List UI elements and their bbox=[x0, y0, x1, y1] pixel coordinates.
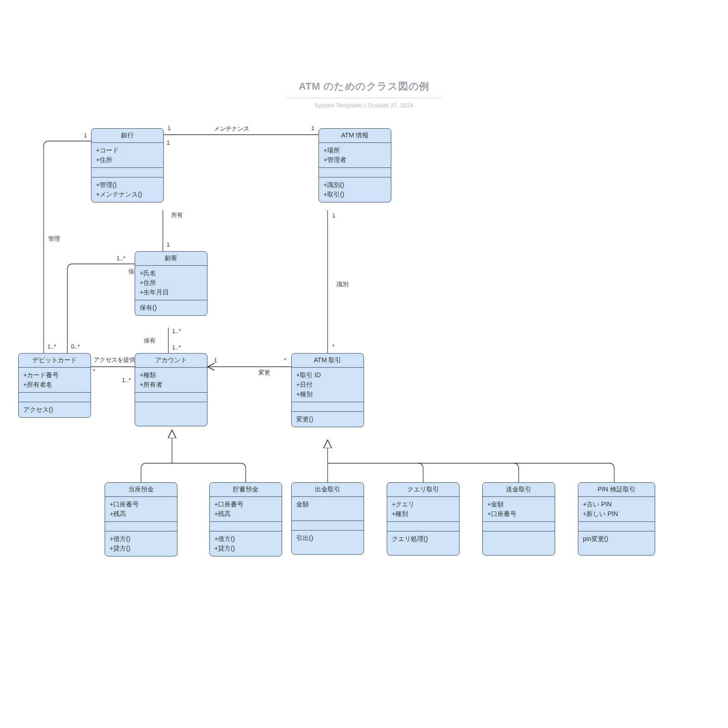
class-savings: 貯蓄預金 +口座番号 +残高 +借方() +貸方() bbox=[209, 482, 282, 556]
mult-txn-acct-left: 1 bbox=[214, 357, 217, 364]
class-query-txn-name: クエリ取引 bbox=[387, 483, 459, 497]
mult-cust-acct-top: 1..* bbox=[172, 328, 181, 334]
class-query-txn-ops: クエリ処理() bbox=[387, 531, 459, 555]
class-bank-ops: +管理() +メンテナンス() bbox=[91, 177, 163, 202]
class-atm-txn-empty bbox=[292, 402, 364, 412]
edges-layer bbox=[0, 0, 728, 728]
class-checking-attrs: +口座番号 +残高 bbox=[105, 497, 177, 522]
class-savings-attrs: +口座番号 +残高 bbox=[210, 497, 282, 522]
class-checking: 当座預金 +口座番号 +残高 +借方() +貸方() bbox=[105, 482, 177, 556]
class-atm-info-name: ATM 情報 bbox=[319, 129, 391, 143]
mult-atm-txn-top: 1 bbox=[332, 212, 335, 219]
class-transfer-txn-name: 送金取引 bbox=[483, 483, 555, 497]
class-debit-card-attrs: +カード番号 +所有者名 bbox=[19, 368, 91, 393]
class-account: アカウント +種類 +所有者 bbox=[135, 353, 207, 426]
class-pin-txn-ops: pin変更() bbox=[578, 531, 655, 555]
diagram-subtitle: System Templates | October 27, 2024 bbox=[0, 102, 728, 109]
label-hold2: 保有 bbox=[144, 337, 156, 345]
class-pin-txn-attrs: +古い PIN +新しい PIN bbox=[578, 497, 655, 522]
mult-bank-atm-left: 1 bbox=[167, 125, 171, 131]
label-identify: 識別 bbox=[337, 280, 349, 288]
class-customer-attrs: +氏名 +住所 +生年月日 bbox=[135, 266, 207, 300]
mult-debit-acct-left: * bbox=[93, 368, 95, 374]
class-bank-empty bbox=[91, 168, 163, 177]
class-withdraw-txn-empty bbox=[292, 521, 364, 531]
class-transfer-txn: 送金取引 +金額 +口座番号 bbox=[482, 482, 555, 556]
class-bank-name: 銀行 bbox=[91, 129, 163, 143]
class-customer: 顧客 +氏名 +住所 +生年月日 保有() bbox=[135, 251, 207, 316]
class-savings-name: 貯蓄預金 bbox=[210, 483, 282, 497]
title-underline bbox=[287, 98, 441, 98]
mult-bank-debit-top: 1 bbox=[84, 132, 87, 139]
label-manage: 管理 bbox=[48, 235, 60, 243]
label-own: 所有 bbox=[171, 211, 183, 219]
mult-cust-debit-bot: 0..* bbox=[71, 343, 80, 350]
class-query-txn-attrs: +クエリ +種別 bbox=[387, 497, 459, 522]
class-atm-txn: ATM 取引 +取引 ID +日付 +種別 変更() bbox=[291, 353, 364, 427]
class-withdraw-txn-name: 出金取引 bbox=[292, 483, 364, 497]
class-debit-card: デビットカード +カード番号 +所有者名 アクセス() bbox=[18, 353, 91, 418]
mult-txn-acct-right: * bbox=[284, 357, 286, 364]
class-savings-empty bbox=[210, 522, 282, 531]
mult-atm-txn-bot: * bbox=[332, 343, 334, 350]
class-account-attrs: +種類 +所有者 bbox=[135, 368, 207, 393]
class-query-txn-empty bbox=[387, 522, 459, 531]
label-access: アクセスを提供 bbox=[94, 356, 135, 364]
mult-bank-atm-right: 1 bbox=[311, 125, 314, 131]
class-atm-txn-attrs: +取引 ID +日付 +種別 bbox=[292, 368, 364, 402]
title-block: ATM のためのクラス図の例 System Templates | Octobe… bbox=[0, 80, 728, 109]
label-change: 変更 bbox=[258, 369, 270, 377]
class-bank: 銀行 +コード +住所 +管理() +メンテナンス() bbox=[91, 128, 164, 202]
class-pin-txn-name: PIN 検証取引 bbox=[578, 483, 655, 497]
class-bank-attrs: +コード +住所 bbox=[91, 143, 163, 168]
class-pin-txn: PIN 検証取引 +古い PIN +新しい PIN pin変更() bbox=[578, 482, 655, 556]
class-withdraw-txn-ops: 引出() bbox=[292, 531, 364, 554]
class-withdraw-txn-attrs: 金額 bbox=[292, 497, 364, 521]
class-account-empty bbox=[135, 393, 207, 402]
label-maintenance: メンテナンス bbox=[214, 125, 249, 133]
mult-bank-cust-bot: 1 bbox=[167, 241, 170, 248]
class-checking-name: 当座預金 bbox=[105, 483, 177, 497]
mult-cust-debit-top: 1..* bbox=[116, 255, 126, 262]
mult-bank-debit-bot: 1..* bbox=[47, 343, 56, 350]
diagram-title: ATM のためのクラス図の例 bbox=[0, 80, 728, 93]
class-debit-card-name: デビットカード bbox=[19, 354, 91, 368]
class-transfer-txn-attrs: +金額 +口座番号 bbox=[483, 497, 555, 522]
class-checking-ops: +借方() +貸方() bbox=[105, 531, 177, 556]
class-debit-card-ops: アクセス() bbox=[19, 402, 91, 417]
class-atm-info: ATM 情報 +場所 +管理者 +識別() +取引() bbox=[318, 128, 391, 202]
diagram-canvas: ATM のためのクラス図の例 System Templates | Octobe… bbox=[0, 0, 728, 728]
class-debit-card-empty bbox=[19, 393, 91, 402]
class-atm-txn-name: ATM 取引 bbox=[292, 354, 364, 368]
mult-debit-acct-right: 1..* bbox=[122, 377, 131, 384]
class-customer-name: 顧客 bbox=[135, 252, 207, 266]
class-atm-info-attrs: +場所 +管理者 bbox=[319, 143, 391, 168]
class-atm-txn-ops: 変更() bbox=[292, 412, 364, 427]
class-customer-ops: 保有() bbox=[135, 300, 207, 315]
mult-bank-cust-top: 1 bbox=[167, 139, 170, 146]
class-transfer-txn-ops bbox=[483, 531, 555, 555]
class-atm-info-empty bbox=[319, 168, 391, 177]
mult-cust-acct-bot: 1..* bbox=[172, 344, 181, 351]
class-pin-txn-empty bbox=[578, 522, 655, 531]
class-account-name: アカウント bbox=[135, 354, 207, 368]
class-checking-empty bbox=[105, 522, 177, 531]
class-savings-ops: +借方() +貸方() bbox=[210, 531, 282, 556]
class-account-ops bbox=[135, 402, 207, 426]
class-withdraw-txn: 出金取引 金額 引出() bbox=[291, 482, 364, 555]
class-atm-info-ops: +識別() +取引() bbox=[319, 177, 391, 202]
class-transfer-txn-empty bbox=[483, 522, 555, 531]
class-query-txn: クエリ取引 +クエリ +種別 クエリ処理() bbox=[387, 482, 460, 556]
